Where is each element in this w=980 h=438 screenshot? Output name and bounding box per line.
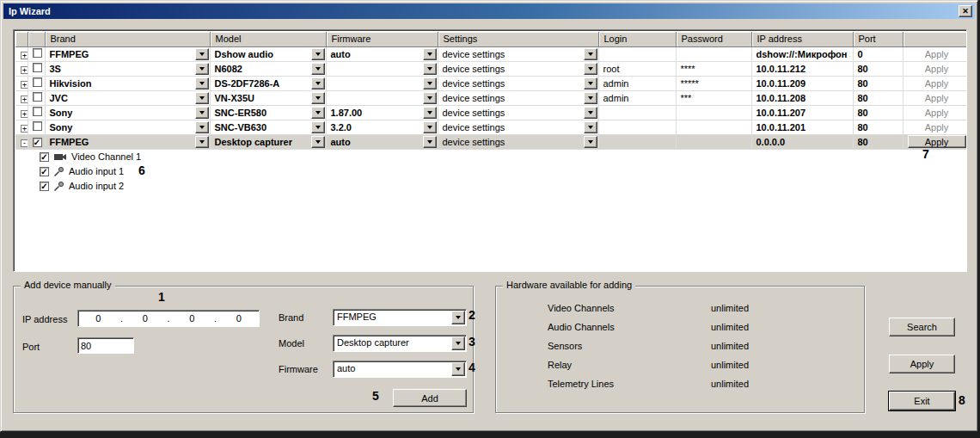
password-field[interactable] [676, 46, 751, 61]
firmware-select[interactable]: auto [333, 361, 467, 378]
port-field[interactable]: 0 [853, 46, 903, 61]
dropdown-arrow-icon[interactable] [423, 48, 437, 60]
expand-toggle[interactable]: + [21, 66, 28, 74]
password-field[interactable]: **** [676, 61, 751, 76]
port-field[interactable]: 80 [853, 134, 903, 149]
dropdown-arrow-icon[interactable] [311, 136, 325, 148]
expand-toggle[interactable]: + [21, 110, 28, 118]
login-field[interactable] [598, 134, 676, 149]
dropdown-arrow-icon[interactable] [195, 107, 209, 119]
header-port[interactable]: Port [853, 32, 903, 46]
password-field[interactable]: ***** [676, 76, 751, 90]
password-field[interactable] [676, 120, 751, 134]
ip-field[interactable]: 10.0.11.207 [751, 105, 853, 120]
ip-field[interactable]: dshow://:Микрофон [751, 46, 853, 61]
dropdown-arrow-icon[interactable] [195, 121, 209, 133]
apply-row-button[interactable]: Apply [908, 135, 966, 148]
login-field[interactable]: admin [598, 76, 676, 90]
dropdown-arrow-icon[interactable] [584, 107, 597, 119]
password-field[interactable] [676, 134, 751, 149]
dropdown-arrow-icon[interactable] [584, 136, 597, 148]
dropdown-arrow-icon[interactable] [311, 63, 325, 75]
ip-octet-1[interactable]: 0 [78, 313, 119, 324]
channel-checkbox[interactable]: ✓ [40, 152, 49, 162]
table-row[interactable]: + 3S N6082 device settings root **** 10.… [15, 61, 967, 76]
dropdown-arrow-icon[interactable] [423, 63, 437, 75]
device-checkbox[interactable] [33, 77, 42, 87]
model-select[interactable]: Desktop capturer [333, 335, 467, 352]
title-bar[interactable]: Ip Wizard ✕ [3, 3, 975, 19]
dropdown-arrow-icon[interactable] [311, 121, 325, 133]
table-row[interactable]: - ✓ FFMPEG Desktop capturer auto device … [15, 134, 967, 149]
dropdown-arrow-icon[interactable] [584, 48, 597, 60]
expand-toggle[interactable]: + [21, 96, 28, 103]
dropdown-arrow-icon[interactable] [584, 63, 597, 75]
channel-checkbox[interactable]: ✓ [40, 167, 49, 176]
add-button[interactable]: Add [393, 389, 467, 407]
password-field[interactable] [676, 105, 751, 120]
table-row[interactable]: + Hikvision DS-2DF7286-A device settings… [15, 76, 967, 90]
dropdown-arrow-icon[interactable] [584, 121, 597, 133]
ip-octet-3[interactable]: 0 [172, 313, 212, 324]
device-checkbox[interactable] [33, 107, 42, 116]
header-login[interactable]: Login [598, 32, 676, 46]
dropdown-arrow-icon[interactable] [451, 336, 465, 350]
exit-button[interactable]: Exit [889, 392, 955, 410]
dropdown-arrow-icon[interactable] [423, 92, 437, 104]
search-button[interactable]: Search [889, 318, 955, 336]
port-field[interactable]: 80 [853, 61, 903, 76]
header-password[interactable]: Password [676, 32, 751, 46]
dropdown-arrow-icon[interactable] [423, 77, 437, 89]
login-field[interactable] [598, 46, 676, 61]
header-settings[interactable]: Settings [438, 32, 598, 46]
dropdown-arrow-icon[interactable] [451, 362, 465, 376]
ip-field[interactable]: 10.0.11.212 [751, 61, 853, 76]
device-checkbox[interactable] [33, 92, 42, 102]
ip-field[interactable]: 0.0.0.0 [751, 134, 853, 149]
dropdown-arrow-icon[interactable] [311, 107, 325, 119]
dropdown-arrow-icon[interactable] [195, 63, 209, 75]
ip-field[interactable]: 10.0.11.209 [751, 76, 853, 90]
dropdown-arrow-icon[interactable] [584, 77, 597, 89]
apply-button[interactable]: Apply [889, 355, 955, 373]
device-checkbox[interactable] [33, 48, 42, 58]
channel-checkbox[interactable]: ✓ [40, 182, 49, 191]
child-row[interactable]: ✓ Video Channel 1 [15, 149, 967, 164]
dropdown-arrow-icon[interactable] [195, 92, 209, 104]
login-field[interactable]: root [598, 61, 676, 76]
expand-toggle[interactable]: + [21, 81, 28, 89]
device-checkbox[interactable] [33, 121, 42, 131]
dropdown-arrow-icon[interactable] [195, 48, 209, 60]
port-field[interactable]: 80 [853, 76, 903, 90]
device-checkbox[interactable] [33, 63, 42, 72]
ip-address-input[interactable]: 0 . 0 . 0 . 0 [77, 310, 260, 327]
table-row[interactable]: + JVC VN-X35U device settings admin *** … [15, 90, 967, 105]
ip-field[interactable]: 10.0.11.208 [751, 90, 853, 105]
table-row[interactable]: + FFMPEG Dshow audio auto device setting… [15, 46, 967, 61]
dropdown-arrow-icon[interactable] [423, 121, 437, 133]
port-field[interactable]: 80 [853, 120, 903, 134]
dropdown-arrow-icon[interactable] [311, 77, 325, 89]
device-checkbox[interactable]: ✓ [33, 138, 42, 147]
ip-octet-4[interactable]: 0 [219, 313, 260, 324]
brand-select[interactable]: FFMPEG [333, 309, 467, 326]
child-row[interactable]: ✓ Audio input 2 [15, 179, 967, 194]
dropdown-arrow-icon[interactable] [451, 311, 465, 324]
ip-octet-2[interactable]: 0 [126, 313, 166, 324]
dropdown-arrow-icon[interactable] [195, 77, 209, 89]
header-firmware[interactable]: Firmware [326, 32, 438, 46]
dropdown-arrow-icon[interactable] [584, 92, 597, 104]
dropdown-arrow-icon[interactable] [311, 92, 325, 104]
login-field[interactable] [598, 105, 676, 120]
expand-toggle[interactable]: + [21, 125, 28, 133]
port-field[interactable]: 80 [853, 105, 903, 120]
port-field[interactable]: 80 [853, 90, 903, 105]
table-row[interactable]: + Sony SNC-VB630 3.2.0 device settings 1… [15, 120, 967, 134]
login-field[interactable]: admin [598, 90, 676, 105]
expand-toggle[interactable]: + [21, 52, 28, 59]
header-brand[interactable]: Brand [45, 32, 210, 46]
table-row[interactable]: + Sony SNC-ER580 1.87.00 device settings… [15, 105, 967, 120]
child-row[interactable]: ✓ Audio input 1 [15, 164, 967, 179]
dropdown-arrow-icon[interactable] [423, 107, 437, 119]
collapse-toggle[interactable]: - [21, 139, 28, 147]
